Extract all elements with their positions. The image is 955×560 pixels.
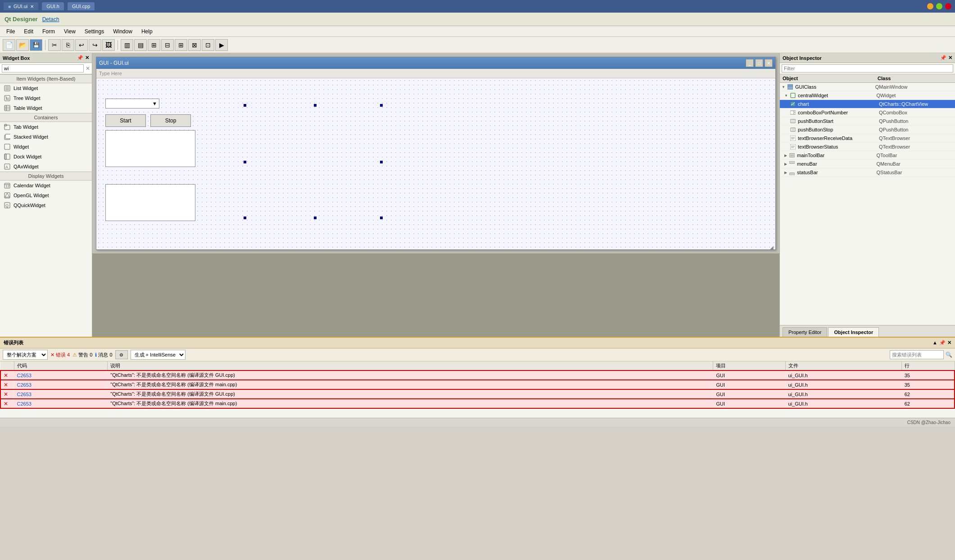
centralwidget-expand-icon[interactable] [784, 93, 788, 98]
error-search-input[interactable] [890, 350, 944, 359]
error-col-desc[interactable]: 说明 [108, 361, 713, 370]
widget-stacked-widget[interactable]: Stacked Widget [0, 132, 92, 142]
error-col-code[interactable]: 代码 [14, 361, 108, 370]
oi-pin-icon[interactable]: 📌 [940, 55, 946, 61]
widget-box-search-input[interactable] [2, 64, 84, 72]
widget-box-close-icon[interactable]: ✕ [85, 55, 89, 61]
tb-resource[interactable]: 🖼 [102, 39, 115, 51]
oi-row-maintoolbar[interactable]: mainToolBar QToolBar [780, 151, 955, 160]
tb-open[interactable]: 📂 [16, 39, 29, 51]
widget-dock-widget[interactable]: Dock Widget [0, 152, 92, 162]
tb-undo[interactable]: ↩ [75, 39, 88, 51]
error-row-4-file: ui_GUI.h [785, 399, 901, 408]
form-textbrowser-1 [105, 130, 195, 167]
oi-row-textbrowserstatus[interactable]: textBrowserStatus QTextBrowser [780, 143, 955, 151]
form-stop-button[interactable]: Stop [150, 114, 191, 127]
error-panel-close-icon[interactable]: ✕ [947, 340, 951, 346]
tb-align4[interactable]: ⊟ [161, 39, 174, 51]
tab-object-inspector[interactable]: Object Inspector [828, 327, 879, 337]
menu-help[interactable]: Help [138, 27, 156, 36]
widget-table-widget[interactable]: Table Widget [0, 103, 92, 113]
menu-view[interactable]: View [60, 27, 79, 36]
menu-settings[interactable]: Settings [81, 27, 108, 36]
oi-row-guiclass[interactable]: GUIClass QMainWindow [780, 83, 955, 91]
oi-row-menubar[interactable]: menuBar QMenuBar [780, 160, 955, 168]
tab-property-editor[interactable]: Property Editor [783, 327, 827, 337]
error-col-file[interactable]: 文件 [785, 361, 901, 370]
maintoolbar-expand-icon[interactable] [784, 153, 787, 158]
widget-box-search-clear-icon[interactable]: ✕ [86, 65, 90, 72]
tab-gui-ui-close[interactable]: ✕ [30, 4, 34, 9]
statusbar-expand-icon[interactable] [784, 170, 787, 175]
oi-row-combobox[interactable]: comboBoxPortNumber QComboBox [780, 108, 955, 117]
tb-align2[interactable]: ▤ [134, 39, 147, 51]
error-badge-errors[interactable]: ✕ 错误 4 [50, 352, 70, 358]
tb-copy[interactable]: ⎘ [62, 39, 74, 51]
close-button[interactable] [945, 3, 951, 9]
widget-calendar-widget[interactable]: 12 Calendar Widget [0, 181, 92, 190]
tb-align3[interactable]: ⊞ [148, 39, 160, 51]
tb-layout3[interactable]: ⊡ [202, 39, 214, 51]
guiclass-expand-icon[interactable] [782, 85, 785, 89]
error-scope-select[interactable]: 整个解决方案 [3, 350, 48, 360]
tab-gui-cpp[interactable]: GUI.cpp [68, 2, 95, 10]
widget-box-pin-icon[interactable]: 📌 [77, 55, 83, 61]
error-row-3[interactable]: ✕ C2653 "QtCharts": 不是类或命名空间名称 (编译源文件 GU… [0, 389, 955, 399]
tb-layout2[interactable]: ⊠ [188, 39, 201, 51]
form-close-button[interactable]: ✕ [765, 59, 773, 67]
oi-row-chart[interactable]: chart QtCharts::QChartView [780, 100, 955, 108]
oi-filter-input[interactable] [782, 64, 953, 72]
tb-preview[interactable]: ▶ [215, 39, 228, 51]
detach-link[interactable]: Detach [42, 16, 59, 23]
error-row-1[interactable]: ✕ C2653 "QtCharts": 不是类或命名空间名称 (编译源文件 GU… [0, 370, 955, 380]
error-panel-pin-icon[interactable]: 📌 [939, 340, 946, 346]
error-col-project[interactable]: 项目 [713, 361, 785, 370]
tb-align1[interactable]: ▥ [121, 39, 133, 51]
form-maximize-button[interactable]: □ [755, 59, 763, 67]
tb-redo[interactable]: ↪ [89, 39, 101, 51]
form-start-button[interactable]: Start [105, 114, 146, 127]
tab-gui-h[interactable]: GUI.h [42, 2, 64, 10]
menu-window[interactable]: Window [109, 27, 136, 36]
error-badge-messages[interactable]: ℹ 消息 0 [95, 352, 112, 358]
oi-row-statusbar[interactable]: statusBar QStatusBar [780, 168, 955, 177]
error-row-2[interactable]: ✕ C2653 "QtCharts": 不是类或命名空间名称 (编译源文件 ma… [0, 380, 955, 389]
menu-form[interactable]: Form [39, 27, 59, 36]
maximize-button[interactable] [936, 3, 942, 9]
tb-cut[interactable]: ✂ [48, 39, 61, 51]
error-search-icon[interactable]: 🔍 [946, 352, 952, 358]
form-type-here[interactable]: Type Here [96, 69, 775, 78]
menu-edit[interactable]: Edit [20, 27, 37, 36]
oi-row-pushbuttonstart[interactable]: pushButtonStart QPushButton [780, 117, 955, 126]
tb-layout1[interactable]: ⊞ [175, 39, 187, 51]
tab-gui-ui[interactable]: ■ GUI.ui ✕ [4, 2, 38, 10]
error-row-4[interactable]: ✕ C2653 "QtCharts": 不是类或命名空间名称 (编译源文件 ma… [0, 399, 955, 408]
error-badge-warnings[interactable]: ⚠ 警告 0 [72, 352, 92, 358]
form-resize-handle[interactable] [770, 244, 774, 248]
widget-qquick-widget[interactable]: Q QQuickWidget [0, 200, 92, 210]
error-col-line[interactable]: 行 [901, 361, 955, 370]
error-build-select[interactable]: 生成 + IntelliSense [131, 350, 186, 360]
widget-list-widget[interactable]: List Widget [0, 83, 92, 93]
form-minimize-button[interactable]: _ [746, 59, 754, 67]
oi-close-icon[interactable]: ✕ [948, 55, 952, 61]
widget-box-icons[interactable]: 📌 ✕ [77, 55, 89, 61]
tb-new[interactable]: 📄 [3, 39, 15, 51]
menu-file[interactable]: File [3, 27, 18, 36]
form-combobox[interactable]: ▼ [105, 99, 159, 108]
section-containers-label: Containers [34, 115, 58, 120]
widget-opengl-widget[interactable]: OpenGL Widget [0, 190, 92, 200]
menubar-expand-icon[interactable] [784, 162, 787, 166]
error-panel-up-icon[interactable]: ▲ [932, 340, 937, 346]
widget-tree-widget[interactable]: Tree Widget [0, 93, 92, 103]
oi-row-textbrowserreceive[interactable]: textBrowserReceiveData QTextBrowser [780, 134, 955, 143]
error-filter-button[interactable]: ⚙ [115, 350, 128, 359]
form-content[interactable]: ▼ Start Stop [96, 78, 775, 249]
oi-row-pushbuttonstop[interactable]: pushButtonStop QPushButton [780, 126, 955, 134]
widget-qax-widget[interactable]: A QAxWidget [0, 162, 92, 172]
widget-tab-widget[interactable]: Tab Widget [0, 122, 92, 132]
widget-widget[interactable]: Widget [0, 142, 92, 152]
minimize-button[interactable] [927, 3, 933, 9]
oi-row-centralwidget[interactable]: centralWidget QWidget [780, 91, 955, 100]
tb-save[interactable]: 💾 [30, 39, 42, 51]
